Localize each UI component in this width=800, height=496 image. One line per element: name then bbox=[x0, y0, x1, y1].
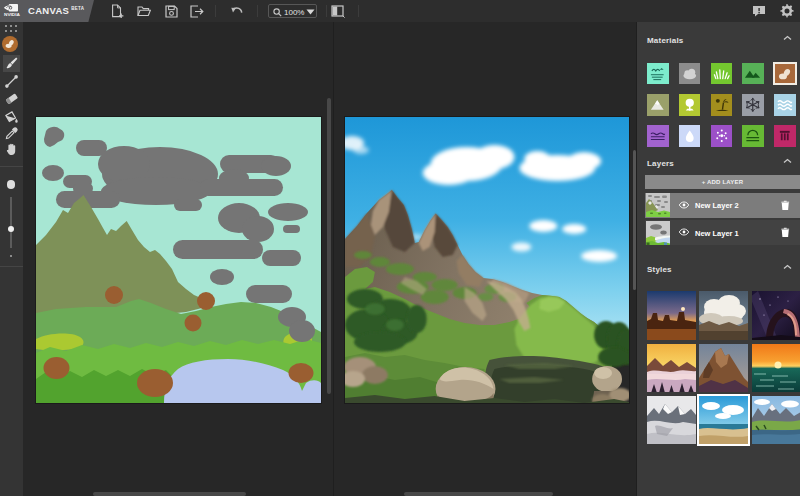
svg-text:NVIDIA: NVIDIA bbox=[4, 12, 20, 17]
